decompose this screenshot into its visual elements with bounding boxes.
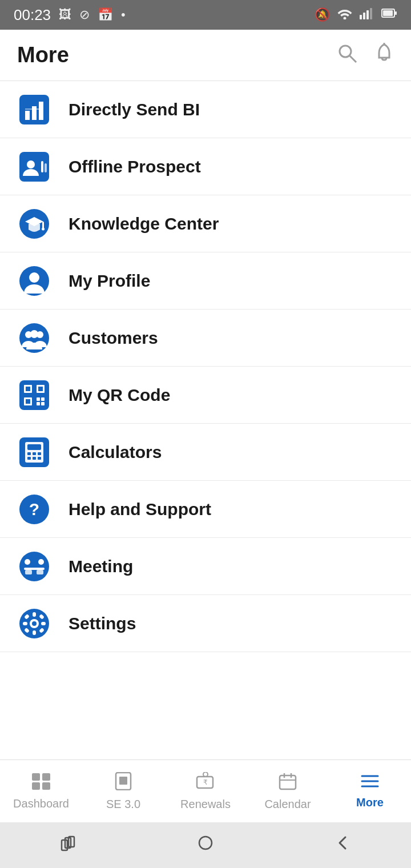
svg-rect-69 <box>32 773 40 781</box>
calendar-icon: 📅 <box>98 7 113 22</box>
meeting-icon <box>17 549 51 584</box>
contact-card-icon <box>17 150 51 184</box>
svg-point-0 <box>344 17 346 20</box>
svg-text:?: ? <box>29 500 39 519</box>
person-icon <box>17 264 51 298</box>
status-bar: 00:23 🖼 ⊘ 📅 • 🔕 <box>0 0 411 30</box>
menu-item-directly-send-bi[interactable]: Directly Send BI <box>0 81 411 138</box>
menu-item-calculators[interactable]: Calculators <box>0 424 411 481</box>
back-button[interactable] <box>320 828 365 862</box>
svg-point-53 <box>25 559 30 565</box>
svg-rect-74 <box>119 777 127 785</box>
nav-item-renewals[interactable]: ₹ Renewals <box>164 772 247 811</box>
svg-point-17 <box>27 160 35 168</box>
signal-icon <box>360 7 374 23</box>
svg-rect-47 <box>27 457 31 460</box>
calculator-icon <box>17 435 51 469</box>
svg-rect-56 <box>25 570 32 574</box>
dashboard-nav-icon <box>31 773 51 794</box>
svg-rect-45 <box>33 452 36 455</box>
svg-rect-62 <box>33 630 36 635</box>
menu-label-my-profile: My Profile <box>68 271 150 291</box>
svg-rect-48 <box>33 457 36 460</box>
svg-rect-1 <box>360 15 362 19</box>
nav-label-renewals: Renewals <box>180 798 231 811</box>
svg-rect-3 <box>366 10 369 19</box>
menu-label-help-and-support: Help and Support <box>68 500 211 519</box>
svg-rect-44 <box>27 452 31 455</box>
block-icon: ⊘ <box>79 7 90 22</box>
svg-rect-39 <box>37 402 40 405</box>
header: More <box>0 30 411 81</box>
nav-item-dashboard[interactable]: Dashboard <box>0 773 82 810</box>
svg-rect-7 <box>395 11 397 15</box>
se30-nav-icon <box>115 772 132 794</box>
menu-item-customers[interactable]: Customers <box>0 310 411 367</box>
svg-rect-14 <box>39 102 43 120</box>
svg-rect-43 <box>27 444 41 450</box>
svg-rect-13 <box>32 106 37 120</box>
renewals-nav-icon: ₹ <box>196 772 215 794</box>
menu-label-customers: Customers <box>68 328 158 348</box>
nav-label-se30: SE 3.0 <box>106 798 140 811</box>
nav-item-more[interactable]: More <box>329 773 411 809</box>
svg-rect-49 <box>38 457 41 460</box>
settings-icon <box>17 606 51 641</box>
svg-rect-37 <box>37 397 40 401</box>
svg-rect-2 <box>363 13 365 19</box>
menu-item-help-and-support[interactable]: ? Help and Support <box>0 481 411 538</box>
svg-rect-63 <box>23 622 27 625</box>
search-icon[interactable] <box>337 43 357 68</box>
svg-line-9 <box>350 56 356 62</box>
menu-item-settings[interactable]: Settings <box>0 595 411 652</box>
menu-item-offline-prospect[interactable]: Offline Prospect <box>0 138 411 195</box>
svg-rect-15 <box>25 108 43 110</box>
menu-item-my-qr-code[interactable]: My QR Code <box>0 367 411 424</box>
nav-item-calendar[interactable]: Calendar <box>247 772 329 811</box>
home-icon <box>197 834 214 856</box>
menu-item-knowledge-center[interactable]: Knowledge Center <box>0 195 411 252</box>
menu-label-directly-send-bi: Directly Send BI <box>68 100 200 119</box>
chart-icon <box>17 93 51 127</box>
qr-icon <box>17 378 51 412</box>
svg-rect-12 <box>25 111 30 120</box>
nav-label-dashboard: Dashboard <box>13 797 69 810</box>
svg-point-25 <box>29 272 39 283</box>
help-icon: ? <box>17 492 51 527</box>
page-title: More <box>17 43 69 67</box>
svg-rect-38 <box>41 397 45 401</box>
svg-rect-32 <box>26 387 30 391</box>
header-actions <box>337 43 394 68</box>
bottom-nav: Dashboard SE 3.0 ₹ Renewals <box>0 760 411 822</box>
menu-label-my-qr-code: My QR Code <box>68 385 170 405</box>
menu-label-offline-prospect: Offline Prospect <box>68 157 201 176</box>
system-nav-bar <box>0 822 411 868</box>
status-time: 00:23 <box>14 6 51 24</box>
recent-apps-button[interactable] <box>46 828 91 862</box>
recent-apps-icon <box>61 835 76 856</box>
svg-point-54 <box>38 559 44 565</box>
svg-rect-40 <box>41 402 45 405</box>
menu-item-meeting[interactable]: Meeting <box>0 538 411 595</box>
nav-label-calendar: Calendar <box>264 798 311 811</box>
menu-item-my-profile[interactable]: My Profile <box>0 252 411 310</box>
svg-rect-18 <box>41 161 43 172</box>
more-nav-icon <box>361 773 379 793</box>
status-left: 00:23 🖼 ⊘ 📅 • <box>14 6 126 24</box>
menu-list: Directly Send BI Offline Prospect <box>0 81 411 760</box>
svg-point-52 <box>19 552 49 581</box>
svg-rect-4 <box>370 8 372 19</box>
svg-rect-30 <box>19 380 49 410</box>
mute-icon: 🔕 <box>315 7 330 22</box>
menu-label-knowledge-center: Knowledge Center <box>68 214 219 234</box>
svg-rect-6 <box>383 10 393 16</box>
svg-rect-78 <box>280 775 296 789</box>
calendar-nav-icon <box>279 772 297 794</box>
menu-label-calculators: Calculators <box>68 443 162 462</box>
svg-rect-61 <box>33 612 36 617</box>
back-icon <box>336 834 349 856</box>
bell-icon[interactable] <box>374 43 394 68</box>
menu-label-meeting: Meeting <box>68 557 133 576</box>
home-button[interactable] <box>183 828 228 862</box>
nav-item-se30[interactable]: SE 3.0 <box>82 772 164 811</box>
